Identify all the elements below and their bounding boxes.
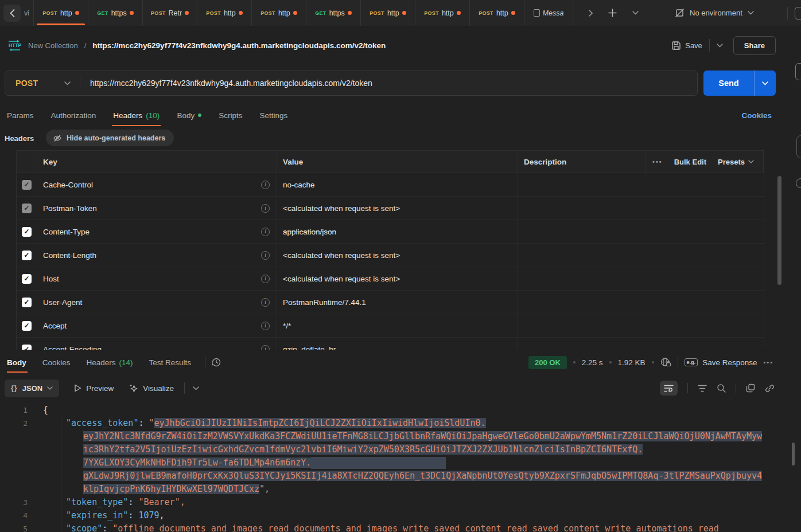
header-value-cell[interactable]: <calculated when request is sent> <box>277 267 518 290</box>
header-checkbox[interactable]: ✓ <box>22 227 32 237</box>
method-selector[interactable]: POST <box>5 79 80 88</box>
header-key-cell[interactable]: Postman-Tokeni <box>37 197 277 220</box>
scroll-tabs-right-button[interactable] <box>589 10 593 17</box>
info-icon[interactable]: i <box>261 181 270 189</box>
environment-selector[interactable]: No environment <box>675 0 754 26</box>
header-description-cell[interactable] <box>518 173 764 196</box>
network-security-icon[interactable] <box>660 357 671 367</box>
save-options-button[interactable] <box>717 44 723 48</box>
tab-params[interactable]: Params <box>0 102 42 128</box>
info-icon[interactable]: i <box>261 228 270 236</box>
response-tab-headers[interactable]: Headers(14) <box>79 350 141 374</box>
format-selector[interactable]: {} JSON <box>5 380 59 397</box>
response-tab-cookies[interactable]: Cookies <box>34 350 79 374</box>
info-icon[interactable]: i <box>261 251 270 260</box>
send-button[interactable]: Send <box>703 71 776 96</box>
header-value-cell[interactable]: */* <box>277 314 518 337</box>
save-button[interactable]: Save <box>671 41 702 50</box>
search-button[interactable] <box>717 384 726 393</box>
request-tab[interactable]: POSThttp <box>469 0 524 26</box>
tab-scripts[interactable]: Scripts <box>210 102 251 128</box>
presets-dropdown[interactable]: Presets <box>718 158 754 166</box>
header-checkbox[interactable]: ✓ <box>22 251 32 260</box>
request-tab[interactable]: POSThttp <box>251 0 306 26</box>
url-input[interactable]: https://mcc2hy629yf77f4v23nfkdwhy9g4.aut… <box>80 79 372 88</box>
request-tab[interactable]: GEThttps <box>306 0 360 26</box>
bulk-edit-button[interactable]: Bulk Edit <box>674 158 706 166</box>
breadcrumb-collection[interactable]: New Collection <box>28 41 78 50</box>
copy-button[interactable] <box>746 384 755 393</box>
send-options-button[interactable] <box>754 71 776 96</box>
header-description-cell[interactable] <box>518 291 764 314</box>
header-key-cell[interactable]: Cache-Controli <box>37 173 277 196</box>
header-checkbox[interactable]: ✓ <box>22 180 32 190</box>
header-description-cell[interactable] <box>518 197 764 220</box>
header-key-cell[interactable]: Content-Lengthi <box>37 244 277 267</box>
info-icon[interactable]: i <box>261 345 270 350</box>
header-description-cell[interactable] <box>518 267 764 290</box>
request-tab[interactable]: POSThttp <box>33 0 88 26</box>
header-checkbox[interactable]: ✓ <box>22 204 32 213</box>
header-key-cell[interactable]: Hosti <box>37 267 277 290</box>
header-value-cell[interactable]: <calculated when request is sent> <box>277 244 518 267</box>
table-scrollbar[interactable] <box>777 176 781 285</box>
share-button[interactable]: Share <box>733 36 776 55</box>
header-key-cell[interactable]: Accept-Encodingi <box>37 338 277 350</box>
info-icon[interactable]: i <box>261 204 270 213</box>
request-tab[interactable]: POSThttp <box>415 0 469 26</box>
response-scrollbar[interactable] <box>792 443 795 466</box>
header-description-cell[interactable] <box>518 244 764 267</box>
filter-button[interactable] <box>698 385 707 392</box>
header-key-cell[interactable]: Accepti <box>37 314 277 337</box>
right-rail-icon[interactable] <box>795 7 801 19</box>
request-tab[interactable]: POSThttp <box>360 0 415 26</box>
truncated-tab-text[interactable]: vi <box>24 0 29 26</box>
hide-autogenerated-headers-toggle[interactable]: Hide auto-generated headers <box>46 130 174 146</box>
header-value-cell[interactable]: gzip, deflate, br <box>277 338 518 350</box>
header-key-cell[interactable]: Content-Typei <box>37 220 277 243</box>
tab-body[interactable]: Body <box>168 102 210 128</box>
request-tab[interactable]: POSTRetr <box>142 0 197 26</box>
right-rail-icon[interactable] <box>796 178 801 188</box>
header-checkbox[interactable]: ✓ <box>22 345 32 350</box>
request-tab[interactable]: POSThttp <box>197 0 251 26</box>
tab-authorization[interactable]: Authorization <box>42 102 105 128</box>
info-icon[interactable]: i <box>261 275 270 283</box>
visualize-button[interactable]: Visualize <box>129 384 174 393</box>
viewer-options-button[interactable] <box>193 386 199 390</box>
response-history-button[interactable] <box>211 357 221 367</box>
tab-options-button[interactable] <box>632 11 639 15</box>
header-description-cell[interactable] <box>518 314 764 337</box>
header-value-cell[interactable]: no-cache <box>277 173 518 196</box>
more-options-icon[interactable]: ••• <box>652 158 663 165</box>
header-description-cell[interactable] <box>518 338 764 350</box>
request-tab[interactable]: GEThttps <box>88 0 142 26</box>
header-checkbox[interactable]: ✓ <box>22 298 32 307</box>
header-checkbox[interactable]: ✓ <box>22 321 32 331</box>
preview-button[interactable]: Preview <box>74 384 114 393</box>
response-tab-body[interactable]: Body <box>0 350 34 374</box>
response-tab-test-results[interactable]: Test Results <box>141 350 200 374</box>
response-size[interactable]: 1.92 KB <box>618 358 646 367</box>
save-response-button[interactable]: e.g. Save Response <box>685 358 757 367</box>
back-button[interactable] <box>3 5 21 22</box>
link-button[interactable] <box>765 384 775 393</box>
info-icon[interactable]: i <box>261 298 270 307</box>
request-tab[interactable]: Messa <box>524 0 573 26</box>
header-value-cell[interactable]: application/json <box>277 220 518 243</box>
new-tab-button[interactable] <box>608 9 617 17</box>
cookies-link[interactable]: Cookies <box>741 102 772 128</box>
header-description-cell[interactable] <box>518 220 764 243</box>
more-options-icon[interactable]: ••• <box>763 359 773 366</box>
tab-settings[interactable]: Settings <box>251 102 296 128</box>
header-key-cell[interactable]: User-Agenti <box>37 291 277 314</box>
tab-headers[interactable]: Headers(10) <box>104 102 168 128</box>
wrap-text-button[interactable] <box>660 381 678 396</box>
response-time[interactable]: 2.25 s <box>582 358 603 367</box>
header-checkbox[interactable]: ✓ <box>22 274 32 284</box>
header-value-cell[interactable]: PostmanRuntime/7.44.1 <box>277 291 518 314</box>
info-icon[interactable]: i <box>261 322 270 330</box>
breadcrumb-request-title[interactable]: https://mcc2hy629yf77f4v23nfkdwhy9g4.aut… <box>92 41 386 50</box>
header-value-cell[interactable]: <calculated when request is sent> <box>277 197 518 220</box>
status-badge[interactable]: 200 OK <box>528 356 567 369</box>
